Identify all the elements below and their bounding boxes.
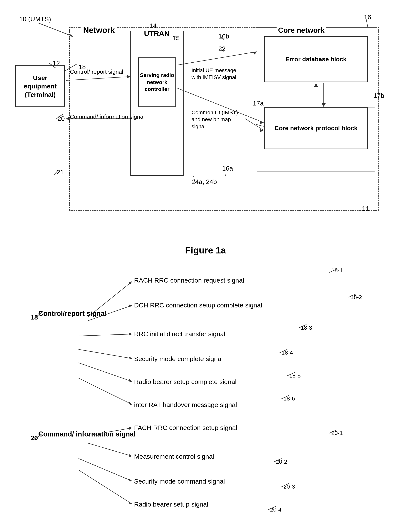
ref-18-fig1b: 18 xyxy=(31,313,38,322)
signal-20-1: FACH RRC connection setup signal xyxy=(134,424,237,431)
ref-18-3: 18-3 xyxy=(301,324,312,331)
ref-16a: 16a xyxy=(222,165,233,172)
svg-marker-37 xyxy=(129,356,132,359)
command-info-fig1b: Command/ information signal xyxy=(38,430,136,439)
cnpb-label: Core network protocol block xyxy=(275,124,358,132)
svg-marker-39 xyxy=(129,379,132,382)
signal-18-4: Security mode complete signal xyxy=(134,355,223,362)
svg-marker-41 xyxy=(129,402,132,405)
ref-20-fig1a: 20 xyxy=(57,115,65,122)
svg-marker-54 xyxy=(129,478,132,482)
svg-marker-52 xyxy=(129,454,132,457)
control-report-label: Control/ report signal xyxy=(70,68,123,76)
svg-line-53 xyxy=(78,458,132,481)
svg-marker-33 xyxy=(129,304,132,307)
ref-20-fig1b: 20 xyxy=(31,434,38,442)
svg-marker-35 xyxy=(129,332,132,336)
ref-18-6: 18-6 xyxy=(283,395,295,402)
signal-18-3: RRC initial direct transfer signal xyxy=(134,330,225,338)
svg-line-40 xyxy=(78,378,132,405)
error-db-box: Error database block xyxy=(264,36,368,82)
ref-18-2: 18-2 xyxy=(351,294,362,300)
svg-line-51 xyxy=(88,443,132,456)
ref-12: 12 xyxy=(53,59,60,67)
svg-line-34 xyxy=(78,334,132,336)
ref-20-3: 20-3 xyxy=(283,483,295,490)
ref-17b: 17b xyxy=(373,92,384,99)
ref-24: 24a, 24b xyxy=(191,178,217,186)
ref-16: 16 xyxy=(364,13,371,21)
initial-ue-label: Initial UE message with IMEISV signal xyxy=(191,67,245,81)
signal-20-3: Security mode command signal xyxy=(134,478,225,485)
error-db-label: Error database block xyxy=(286,55,346,63)
ref-umts: 10 (UMTS) xyxy=(19,15,51,23)
common-id-label: Common ID (IMST) and new bit map signal xyxy=(191,109,245,130)
figure1b: 18 Control/report signal RACH RRC connec… xyxy=(15,267,398,531)
svg-line-55 xyxy=(78,470,132,504)
svg-line-36 xyxy=(78,349,132,359)
cnpb-box: Core network protocol block xyxy=(264,107,368,149)
ref-18-4: 18-4 xyxy=(282,349,293,356)
ref-20-4: 20-4 xyxy=(270,506,282,513)
svg-line-38 xyxy=(78,363,132,381)
srnc-box: Serving radio network controller xyxy=(138,57,176,107)
signal-18-1: RACH RRC connection request signal xyxy=(134,277,244,284)
svg-line-0 xyxy=(38,23,73,36)
ue-label: User equipment (Terminal) xyxy=(16,74,64,99)
ref-18-1: 18-1 xyxy=(331,267,343,274)
ref-22: 22 xyxy=(218,45,226,52)
figure1a-title: Figure 1a xyxy=(15,245,396,256)
ref-20-2: 20-2 xyxy=(276,458,287,465)
ref-17a: 17a xyxy=(253,100,264,107)
svg-marker-50 xyxy=(129,427,132,430)
ref-15: 15 xyxy=(172,34,180,42)
ref-18-5: 18-5 xyxy=(289,372,301,379)
signal-20-4: Radio bearer setup signal xyxy=(134,501,208,508)
signal-18-2: DCH RRC connection setup complete signal xyxy=(134,302,262,309)
srnc-label: Serving radio network controller xyxy=(139,72,175,93)
ref-21: 21 xyxy=(57,169,64,176)
signal-18-5: Radio bearer setup complete signal xyxy=(134,378,237,386)
ref-11: 11 xyxy=(362,205,369,212)
control-report-fig1b: Control/report signal xyxy=(38,309,106,318)
ref-20-1: 20-1 xyxy=(331,430,343,436)
core-network-title: Core network xyxy=(277,26,326,35)
svg-marker-31 xyxy=(129,281,132,285)
ref-14: 14 xyxy=(149,22,157,29)
signal-20-2: Measurement control signal xyxy=(134,453,214,460)
command-info-label: Command/ information signal xyxy=(70,113,145,120)
network-label: Network xyxy=(81,26,117,35)
figure1a: 10 (UMTS) Network 16 User equipment (Ter… xyxy=(15,11,398,241)
svg-marker-56 xyxy=(129,501,132,504)
ue-box: User equipment (Terminal) xyxy=(15,65,65,107)
utran-label: UTRAN xyxy=(143,29,171,38)
signal-18-6: inter RAT handover message signal xyxy=(134,401,237,408)
ref-16b: 16b xyxy=(218,33,229,40)
